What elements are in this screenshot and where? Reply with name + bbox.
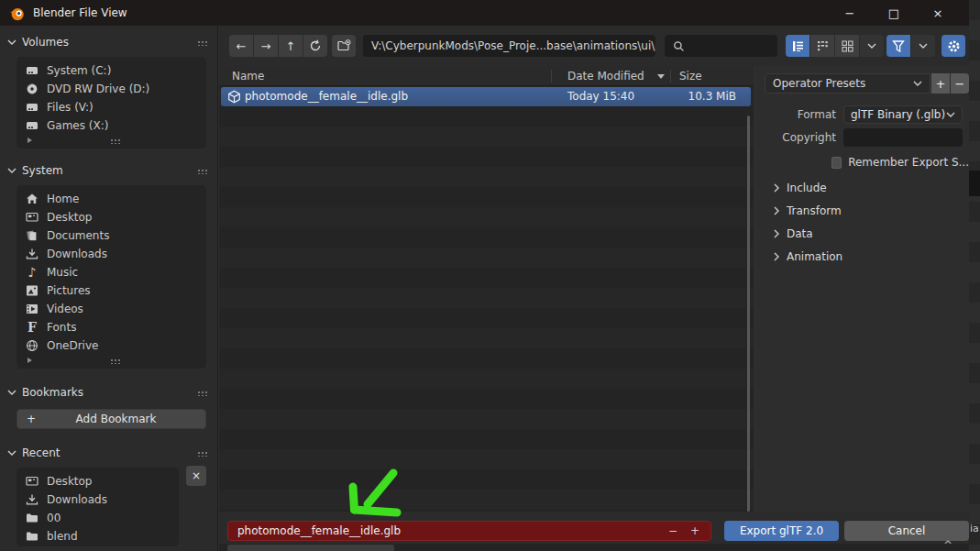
system-section-header[interactable]: System bbox=[0, 161, 217, 180]
refresh-button[interactable] bbox=[303, 35, 327, 57]
recent-item-label: blend bbox=[47, 530, 78, 543]
display-mode-thumbnail-button[interactable] bbox=[835, 35, 859, 57]
bookmarks-section-header[interactable]: Bookmarks bbox=[0, 383, 217, 402]
new-folder-icon bbox=[337, 39, 351, 52]
system-item-desktop[interactable]: Desktop bbox=[17, 208, 206, 226]
window-title: Blender File View bbox=[33, 6, 127, 19]
system-item-label: OneDrive bbox=[47, 339, 98, 352]
folder-icon bbox=[26, 530, 39, 543]
filter-button[interactable] bbox=[886, 35, 910, 57]
system-item-music[interactable]: ♪ Music bbox=[17, 263, 206, 281]
recent-item[interactable]: blend bbox=[17, 527, 179, 545]
recent-section-header[interactable]: Recent bbox=[0, 444, 217, 462]
system-item-pictures[interactable]: Pictures bbox=[17, 281, 206, 300]
file-list-panel: Name Date Modified Size photomode__femal… bbox=[219, 66, 754, 513]
close-button[interactable]: × bbox=[916, 0, 960, 26]
display-mode-vertical-list-button[interactable] bbox=[786, 35, 809, 57]
volumes-section-header[interactable]: Volumes bbox=[0, 33, 217, 51]
column-divider[interactable] bbox=[670, 70, 671, 83]
file-list-scrollbar[interactable] bbox=[747, 116, 750, 512]
add-bookmark-button[interactable]: + Add Bookmark bbox=[17, 409, 206, 429]
volume-item[interactable]: System (C:) bbox=[17, 61, 206, 80]
volume-label: Files (V:) bbox=[47, 101, 94, 114]
volume-item[interactable]: Files (V:) bbox=[17, 98, 206, 116]
system-item-onedrive[interactable]: OneDrive bbox=[17, 336, 206, 355]
recent-item[interactable]: 00 bbox=[17, 509, 179, 527]
section-data[interactable]: Data bbox=[774, 227, 813, 240]
system-item-home[interactable]: Home bbox=[17, 190, 206, 208]
section-include[interactable]: Include bbox=[774, 182, 827, 194]
grip-icon[interactable] bbox=[109, 138, 121, 144]
up-arrow-icon: ↑ bbox=[286, 39, 296, 53]
system-item-downloads[interactable]: Downloads bbox=[17, 245, 206, 263]
remember-export-checkbox[interactable] bbox=[831, 157, 842, 169]
volume-label: System (C:) bbox=[47, 64, 111, 77]
path-input[interactable]: V:\CyberpunkMods\Pose_Proje...base\anima… bbox=[363, 35, 655, 57]
system-list: Home Desktop Documents Downloads ♪ Music… bbox=[17, 185, 206, 369]
recent-list: Desktop Downloads 00 blend bbox=[17, 468, 179, 546]
new-folder-button[interactable] bbox=[332, 35, 356, 57]
search-input[interactable] bbox=[665, 35, 777, 57]
column-header-size[interactable]: Size bbox=[679, 70, 702, 83]
system-item-fonts[interactable]: F Fonts bbox=[17, 318, 206, 336]
chevron-right-icon bbox=[774, 183, 779, 193]
clear-recent-button[interactable]: × bbox=[186, 466, 206, 486]
system-list-footer bbox=[17, 355, 206, 368]
volume-item[interactable]: DVD RW Drive (D:) bbox=[17, 80, 206, 98]
expand-triangle-icon[interactable] bbox=[28, 358, 32, 363]
chevron-right-icon bbox=[774, 252, 779, 261]
increment-icon[interactable]: + bbox=[690, 524, 699, 537]
nav-button-group: ← → ↑ bbox=[229, 35, 327, 57]
display-settings-dropdown[interactable] bbox=[860, 35, 884, 57]
filename-input[interactable]: photomode__female__idle.glb − + bbox=[227, 521, 711, 541]
recent-item[interactable]: Downloads bbox=[17, 490, 179, 509]
drive-icon bbox=[26, 101, 39, 114]
export-gltf-label: Export glTF 2.0 bbox=[740, 524, 823, 537]
settings-button[interactable] bbox=[941, 35, 965, 57]
add-preset-button[interactable]: + bbox=[931, 73, 950, 94]
back-button[interactable]: ← bbox=[229, 35, 253, 57]
file-row-selected[interactable]: photomode__female__idle.glb Today 15:40 … bbox=[221, 87, 751, 106]
titlebar: Blender File View − □ × bbox=[0, 0, 969, 26]
maximize-button[interactable]: □ bbox=[872, 0, 916, 26]
copyright-input[interactable] bbox=[843, 128, 963, 147]
recent-item-label: Downloads bbox=[47, 493, 107, 506]
expand-triangle-icon[interactable] bbox=[28, 138, 32, 143]
chevron-down-icon bbox=[867, 43, 876, 49]
operator-presets-dropdown[interactable]: Operator Presets bbox=[765, 73, 930, 94]
system-item-videos[interactable]: Videos bbox=[17, 300, 206, 318]
videos-icon bbox=[26, 303, 39, 315]
execution-bar: photomode__female__idle.glb − + Export g… bbox=[219, 512, 969, 551]
minimize-button[interactable]: − bbox=[828, 0, 872, 26]
bottom-edge-strip bbox=[219, 544, 969, 551]
plus-icon: + bbox=[27, 413, 36, 425]
section-transform[interactable]: Transform bbox=[774, 204, 842, 217]
file-list-header: Name Date Modified Size bbox=[219, 66, 754, 86]
display-mode-horizontal-list-button[interactable] bbox=[810, 35, 834, 57]
desktop-icon bbox=[26, 475, 39, 488]
chevron-down-icon bbox=[946, 112, 955, 117]
export-gltf-button[interactable]: Export glTF 2.0 bbox=[724, 521, 839, 541]
volume-item[interactable]: Games (X:) bbox=[17, 116, 206, 135]
recent-row: Desktop Downloads 00 blend × bbox=[0, 462, 217, 546]
up-button[interactable]: ↑ bbox=[279, 35, 303, 57]
system-item-documents[interactable]: Documents bbox=[17, 226, 206, 245]
recent-item[interactable]: Desktop bbox=[17, 472, 179, 490]
cancel-button[interactable]: Cancel bbox=[844, 521, 969, 541]
filter-settings-dropdown[interactable] bbox=[911, 35, 935, 57]
column-header-date-modified[interactable]: Date Modified bbox=[567, 70, 644, 83]
chevron-down-icon bbox=[919, 43, 928, 49]
format-dropdown[interactable]: glTF Binary (.glb) bbox=[843, 105, 963, 124]
remove-preset-button[interactable]: − bbox=[951, 73, 969, 94]
section-data-label: Data bbox=[787, 227, 813, 240]
grip-icon bbox=[196, 450, 208, 457]
grip-icon[interactable] bbox=[109, 358, 121, 364]
decrement-icon[interactable]: − bbox=[668, 524, 677, 537]
section-animation[interactable]: Animation bbox=[774, 250, 842, 263]
horizontal-list-icon bbox=[817, 40, 829, 52]
filename-value: photomode__female__idle.glb bbox=[237, 524, 401, 537]
column-header-name[interactable]: Name bbox=[232, 70, 264, 83]
forward-button[interactable]: → bbox=[254, 35, 278, 57]
copyright-label: Copyright bbox=[757, 131, 836, 144]
column-divider[interactable] bbox=[551, 70, 552, 83]
